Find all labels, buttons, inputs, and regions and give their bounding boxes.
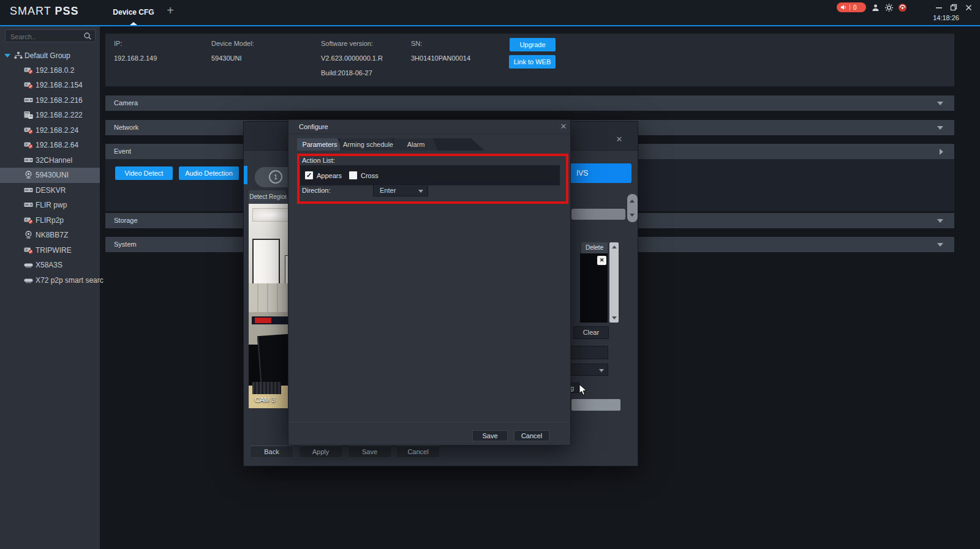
ip-label: IP: [114,40,122,47]
speaker-icon [840,4,847,10]
tab-device-cfg[interactable]: Device CFG [105,0,162,25]
section-row-camera[interactable]: Camera [105,95,954,111]
camera-offline-icon [24,216,33,225]
software-value: V2.623.0000000.1.R [321,54,383,62]
event-button-audio-detection[interactable]: Audio Detection [179,166,239,180]
smartpss-window: SMART PSS Device CFG + 0 14:18:26 Defaul… [0,0,980,549]
sidebar-group-default[interactable]: Default Group [0,48,100,64]
logo-pss: PSS [55,5,78,17]
section-label: Storage [114,217,138,224]
ivs-dialog-close-icon[interactable]: ✕ [615,135,624,144]
delete-rule-icon[interactable]: ✕ [597,256,606,265]
ivs-save-button[interactable]: Save [348,446,391,458]
ivs-cancel-button[interactable]: Cancel [396,446,440,458]
titlebar: SMART PSS Device CFG + 0 14:18:26 [0,0,980,26]
configure-dialog: Configure ✕ ParametersArming scheduleAla… [288,119,571,446]
chevron-down-icon [937,219,943,223]
highlight-red-rectangle [297,154,568,204]
chevron-down-icon [599,369,604,372]
scroll-down-icon[interactable] [612,316,617,319]
configure-save-button[interactable]: Save [472,430,508,441]
user-icon[interactable] [870,2,880,12]
configure-cancel-button[interactable]: Cancel [514,430,549,441]
tree-item-label: X58A3S [36,261,62,269]
camera-offline-icon [24,81,33,90]
section-label: Camera [114,99,138,106]
camera-offline-icon [24,141,33,150]
flat-device-icon [24,261,33,270]
flat-device-icon [24,276,33,285]
model-value: 59430UNI [211,54,242,62]
search-box[interactable] [5,29,96,42]
tab-parameters[interactable]: Parameters [297,138,342,151]
tab-arming-schedule[interactable]: Arming schedule [340,138,396,151]
nvr-icon [24,96,33,105]
group-label: Default Group [24,51,70,60]
configure-close-icon[interactable]: ✕ [559,122,568,131]
slider-bar[interactable] [571,209,625,220]
scene-led-sign [252,316,289,324]
ivs-apply-button[interactable]: Apply [299,446,342,458]
tree-item-x72-p2p-smart-searc[interactable]: X72 p2p smart searc [0,273,100,288]
panel-scrollbar[interactable] [627,194,638,222]
software-label: Software version: [321,40,373,47]
rule-name-input[interactable] [569,346,608,359]
rule-type-select[interactable] [569,364,608,376]
step-1-indicator: 1 [269,170,282,184]
tree-item-flir-pwp[interactable]: FLIR pwp [0,198,100,213]
scroll-up-icon[interactable] [630,200,635,203]
search-input[interactable] [9,31,82,42]
link-to-web-button[interactable]: Link to WEB [509,55,556,69]
tree-item-192-168-2-154[interactable]: 192.168.2.154 [0,78,100,93]
upgrade-button[interactable]: Upgrade [510,38,556,51]
tree-item-flirp2p[interactable]: FLIRp2p [0,213,100,228]
tree-item-label: 192.168.0.2 [36,66,74,75]
tree-item-label: FLIR pwp [36,201,67,209]
tree-item-tripwire[interactable]: TRIPWIRE [0,243,100,258]
ivs-back-button[interactable]: Back [250,446,293,458]
selected-nav-sliver [244,166,247,184]
close-button[interactable] [963,2,973,12]
tree-item-label: 192.168.2.24 [36,126,78,135]
tree-item-192-168-0-2[interactable]: 192.168.0.2 [0,63,100,78]
new-tab-button[interactable]: + [164,4,176,18]
scroll-up-icon[interactable] [612,245,617,248]
scroll-down-icon[interactable] [630,214,635,217]
tab-alarm[interactable]: Alarm [394,138,438,151]
badge-divider [850,4,850,10]
dome-camera-icon [24,171,33,180]
bottom-slider-bar[interactable] [571,399,620,411]
tree-item-x58a3s[interactable]: X58A3S [0,258,100,273]
tree-item-deskvr[interactable]: DESKVR [0,183,100,198]
tree-item-label: 32CHannel [36,156,72,165]
tree-item-192-168-2-64[interactable]: 192.168.2.64 [0,138,100,153]
tab-detect-region[interactable]: Detect Region [249,190,289,204]
alarm-badge[interactable]: 0 [837,2,866,12]
section-label: System [114,241,137,248]
ivs-button[interactable]: IVS [570,163,631,183]
tree-item-nk8bb7z[interactable]: NK8BB7Z [0,228,100,243]
tree-item-label: NK8BB7Z [36,231,68,239]
rule-list: ✕ [580,253,608,323]
chevron-right-icon [940,149,943,155]
restore-button[interactable] [949,2,959,12]
tree-item-32channel[interactable]: 32CHannel [0,153,100,168]
event-button-video-detect[interactable]: Video Detect [115,166,173,180]
nvr-icon [24,201,33,210]
tree-item-59430uni[interactable]: 59430UNI [0,168,100,183]
section-label: Network [114,124,138,131]
expander-triangle-icon[interactable] [4,54,10,58]
chevron-down-icon [937,126,943,130]
minimize-button[interactable] [934,2,944,12]
tree-item-192-168-2-24[interactable]: 192.168.2.24 [0,123,100,138]
tree-item-192-168-2-216[interactable]: 192.168.2.216 [0,93,100,108]
brand-swirl-icon[interactable] [897,2,907,12]
gear-icon[interactable] [884,2,894,12]
tree-item-label: X72 p2p smart searc [36,276,104,285]
search-icon[interactable] [83,32,92,42]
rule-list-scrollbar[interactable] [609,242,619,323]
clear-button[interactable]: Clear [573,326,609,339]
configure-titlebar: Configure [288,120,570,134]
alarm-count: 0 [853,4,857,11]
tree-item-192-168-2-222[interactable]: 192.168.2.222 [0,108,100,123]
